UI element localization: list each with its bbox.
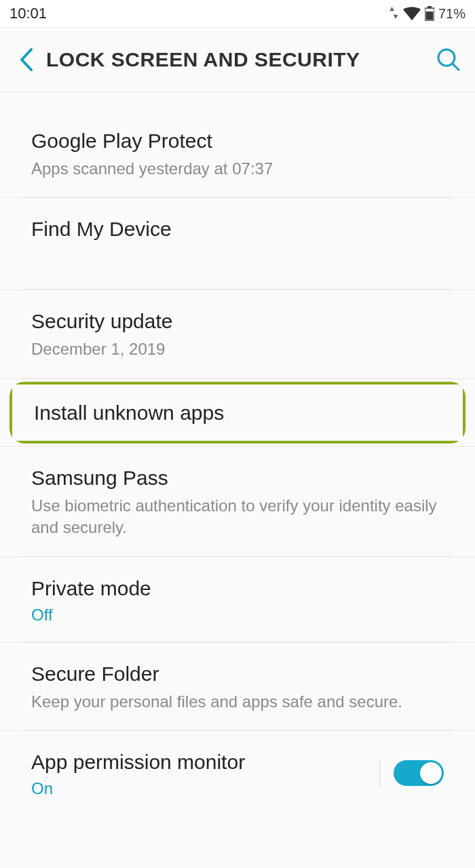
toggle-switch[interactable]	[394, 760, 444, 786]
status-right: 71%	[390, 6, 466, 22]
item-samsung-pass[interactable]: Samsung Pass Use biometric authenticatio…	[0, 446, 475, 557]
battery-percent: 71%	[438, 6, 466, 22]
item-title: Google Play Protect	[31, 127, 444, 154]
settings-list: Google Play Protect Apps scanned yesterd…	[0, 92, 475, 816]
item-status: Off	[31, 606, 444, 625]
item-title: Find My Device	[31, 216, 444, 242]
item-subtitle: Use biometric authentication to verify y…	[31, 495, 444, 539]
page-title: LOCK SCREEN AND SECURITY	[43, 48, 432, 71]
search-icon	[436, 47, 461, 73]
item-title: Install unknown apps	[34, 399, 441, 426]
item-app-permission-monitor[interactable]: App permission monitor On	[0, 731, 475, 816]
svg-rect-2	[425, 12, 433, 20]
chevron-left-icon	[19, 48, 34, 71]
item-find-my-device[interactable]: Find My Device	[0, 198, 475, 290]
item-install-unknown-apps[interactable]: Install unknown apps	[12, 384, 463, 441]
item-title: Security update	[31, 308, 444, 334]
item-google-play-protect[interactable]: Google Play Protect Apps scanned yesterd…	[0, 110, 475, 198]
item-secure-folder[interactable]: Secure Folder Keep your personal files a…	[0, 643, 475, 731]
item-subtitle: Keep your personal files and apps safe a…	[31, 691, 444, 713]
item-status: On	[31, 779, 368, 798]
item-title: Samsung Pass	[31, 465, 444, 491]
svg-line-4	[453, 64, 459, 70]
toggle-divider	[379, 758, 380, 788]
item-title: Private mode	[31, 575, 444, 601]
status-time: 10:01	[10, 5, 47, 22]
status-bar: 10:01 71%	[0, 0, 475, 27]
app-bar: LOCK SCREEN AND SECURITY	[0, 27, 475, 92]
back-button[interactable]	[10, 43, 43, 77]
search-button[interactable]	[432, 43, 466, 77]
item-private-mode[interactable]: Private mode Off	[0, 557, 475, 643]
item-subtitle: Apps scanned yesterday at 07:37	[31, 158, 444, 180]
data-updown-icon	[390, 7, 399, 20]
item-title: Secure Folder	[31, 660, 444, 687]
item-security-update[interactable]: Security update December 1, 2019	[0, 290, 475, 378]
section-gap	[0, 92, 475, 110]
battery-icon	[425, 6, 434, 21]
item-title: App permission monitor	[31, 749, 368, 775]
wifi-icon	[403, 7, 421, 20]
highlight-box: Install unknown apps	[10, 382, 466, 443]
item-subtitle: December 1, 2019	[31, 338, 444, 360]
